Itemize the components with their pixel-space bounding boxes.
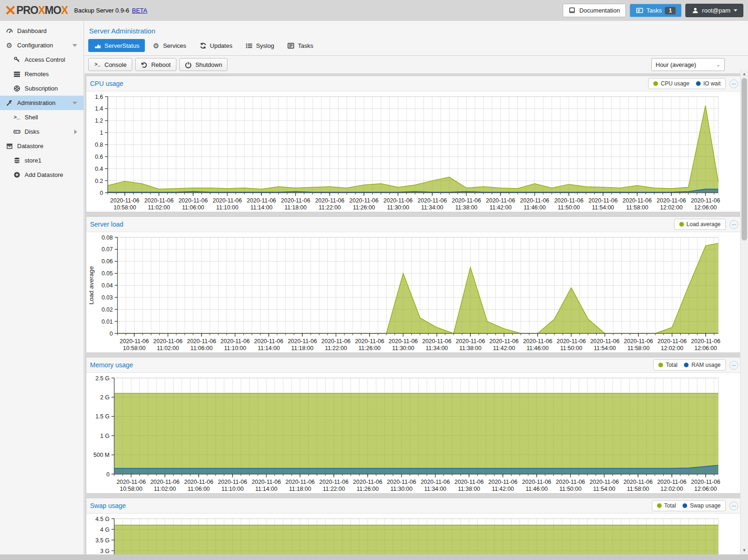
- svg-text:0: 0: [106, 471, 110, 478]
- svg-text:0: 0: [110, 331, 113, 337]
- sidebar-item-subscription[interactable]: Subscription: [0, 81, 84, 96]
- collapse-panel-button[interactable]: [729, 79, 738, 88]
- svg-text:12:06:00: 12:06:00: [695, 345, 717, 352]
- memory-usage-chart: 0500 M1 G1.5 G2 G2.5 G2020-11-0610:58:00…: [86, 373, 742, 493]
- tab-updates[interactable]: Updates: [194, 39, 238, 52]
- legend-entry: Total: [658, 362, 677, 368]
- sidebar-item-store1[interactable]: store1: [0, 153, 84, 168]
- sidebar-item-disks[interactable]: Disks: [0, 124, 84, 139]
- svg-text:2020-11-06: 2020-11-06: [178, 197, 208, 204]
- sidebar-item-access-control[interactable]: Access Control: [0, 52, 84, 67]
- svg-text:2020-11-06: 2020-11-06: [691, 338, 720, 345]
- tab-syslog[interactable]: Syslog: [240, 39, 280, 52]
- sidebar-item-dashboard[interactable]: Dashboard: [0, 24, 84, 38]
- sidebar-item-shell[interactable]: >_ Shell: [0, 110, 84, 124]
- svg-text:11:42:00: 11:42:00: [492, 486, 514, 492]
- svg-text:2020-11-06: 2020-11-06: [522, 479, 551, 485]
- svg-text:1: 1: [100, 130, 103, 136]
- svg-text:11:02:00: 11:02:00: [148, 204, 170, 211]
- svg-text:0.02: 0.02: [102, 306, 113, 313]
- svg-text:12:02:00: 12:02:00: [660, 204, 683, 211]
- svg-text:2020-11-06: 2020-11-06: [315, 197, 345, 204]
- svg-text:11:58:00: 11:58:00: [626, 204, 648, 211]
- chart-legend: TotalSwap usage: [652, 500, 726, 511]
- wrench-icon: [6, 99, 13, 107]
- svg-text:2020-11-06: 2020-11-06: [691, 197, 720, 204]
- svg-text:11:54:00: 11:54:00: [592, 204, 614, 211]
- console-button[interactable]: >_ Console: [88, 58, 132, 71]
- user-menu-button[interactable]: root@pam: [685, 4, 743, 17]
- svg-text:11:18:00: 11:18:00: [289, 486, 311, 492]
- chevron-down-icon: [734, 9, 737, 12]
- svg-text:3 G: 3 G: [100, 548, 110, 554]
- svg-text:11:14:00: 11:14:00: [258, 345, 280, 352]
- svg-text:2020-11-06: 2020-11-06: [286, 479, 315, 485]
- svg-text:0.4: 0.4: [95, 166, 103, 172]
- svg-text:2020-11-06: 2020-11-06: [213, 197, 242, 204]
- svg-text:12:02:00: 12:02:00: [661, 345, 683, 352]
- svg-text:11:58:00: 11:58:00: [627, 345, 650, 352]
- collapse-panel-button[interactable]: [729, 501, 738, 510]
- svg-text:11:10:00: 11:10:00: [224, 345, 247, 352]
- page-title: Server Administration: [85, 21, 748, 39]
- svg-text:11:50:00: 11:50:00: [558, 204, 580, 211]
- svg-text:11:30:00: 11:30:00: [392, 345, 414, 352]
- svg-text:2020-11-06: 2020-11-06: [421, 479, 450, 485]
- charts-scroll-region: CPU usage CPU usageIO wait 00.20.40.60.8…: [85, 74, 748, 554]
- svg-text:2020-11-06: 2020-11-06: [452, 197, 481, 204]
- svg-text:11:02:00: 11:02:00: [154, 486, 176, 492]
- beta-link[interactable]: BETA: [132, 7, 147, 14]
- svg-text:11:22:00: 11:22:00: [325, 345, 347, 352]
- svg-text:0.06: 0.06: [102, 258, 113, 265]
- sidebar-item-configuration[interactable]: ⚙ Configuration: [0, 38, 84, 52]
- svg-text:1.2: 1.2: [95, 117, 103, 124]
- timeframe-select[interactable]: Hour (average) ⌄: [651, 58, 725, 71]
- svg-text:11:58:00: 11:58:00: [627, 486, 649, 492]
- panel-title: CPU usage: [90, 80, 124, 87]
- hdd-icon: [13, 128, 20, 136]
- tasks-count-badge: 1: [665, 7, 676, 14]
- svg-text:11:10:00: 11:10:00: [216, 204, 239, 211]
- sidebar-item-remotes[interactable]: Remotes: [0, 67, 84, 81]
- undo-icon: [141, 61, 148, 68]
- documentation-button[interactable]: Documentation: [563, 4, 626, 17]
- collapse-panel-button[interactable]: [729, 361, 738, 370]
- reboot-button[interactable]: Reboot: [135, 58, 176, 71]
- legend-dot-icon: [684, 363, 689, 367]
- collapse-panel-button[interactable]: [729, 220, 738, 229]
- tab-serverstatus[interactable]: ServerStatus: [88, 39, 145, 52]
- svg-text:11:42:00: 11:42:00: [493, 345, 515, 352]
- scroll-down-arrow[interactable]: ▼: [741, 547, 748, 554]
- svg-text:2.5 G: 2.5 G: [95, 375, 110, 382]
- svg-text:0: 0: [100, 190, 103, 196]
- svg-text:1.5 G: 1.5 G: [95, 413, 110, 420]
- cpu-usage-panel: CPU usage CPU usageIO wait 00.20.40.60.8…: [86, 76, 742, 212]
- svg-text:11:46:00: 11:46:00: [524, 204, 546, 211]
- svg-text:2020-11-06: 2020-11-06: [624, 338, 653, 345]
- svg-text:12:06:00: 12:06:00: [694, 204, 717, 211]
- svg-text:2020-11-06: 2020-11-06: [456, 338, 485, 345]
- svg-text:11:06:00: 11:06:00: [188, 486, 210, 492]
- sidebar-nav: Dashboard ⚙ Configuration Access Control…: [0, 21, 84, 554]
- shutdown-button[interactable]: Shutdown: [179, 58, 228, 71]
- svg-text:1.4: 1.4: [95, 105, 103, 112]
- sidebar-item-add-datastore[interactable]: Add Datastore: [0, 168, 84, 182]
- scrollbar-thumb[interactable]: [741, 78, 747, 241]
- svg-text:11:06:00: 11:06:00: [190, 345, 213, 352]
- user-icon: [691, 7, 699, 14]
- vertical-scrollbar[interactable]: ▲ ▼: [740, 70, 748, 554]
- cpu-usage-chart: 00.20.40.60.811.21.41.62020-11-0610:58:0…: [86, 91, 742, 212]
- tab-services[interactable]: ⚙ Services: [147, 39, 192, 52]
- svg-text:11:46:00: 11:46:00: [526, 486, 548, 492]
- svg-text:2020-11-06: 2020-11-06: [455, 479, 484, 485]
- tasks-button[interactable]: Tasks 1: [630, 4, 682, 17]
- tab-tasks[interactable]: Tasks: [281, 39, 319, 52]
- dashboard-icon: [6, 27, 13, 35]
- svg-text:12:02:00: 12:02:00: [661, 486, 683, 492]
- svg-text:2020-11-06: 2020-11-06: [150, 479, 180, 485]
- scroll-up-arrow[interactable]: ▲: [741, 70, 748, 78]
- sidebar-item-administration[interactable]: Administration: [0, 96, 84, 110]
- gears-icon: ⚙: [152, 42, 160, 49]
- gears-icon: ⚙: [6, 42, 13, 49]
- sidebar-item-datastore[interactable]: Datastore: [0, 139, 84, 153]
